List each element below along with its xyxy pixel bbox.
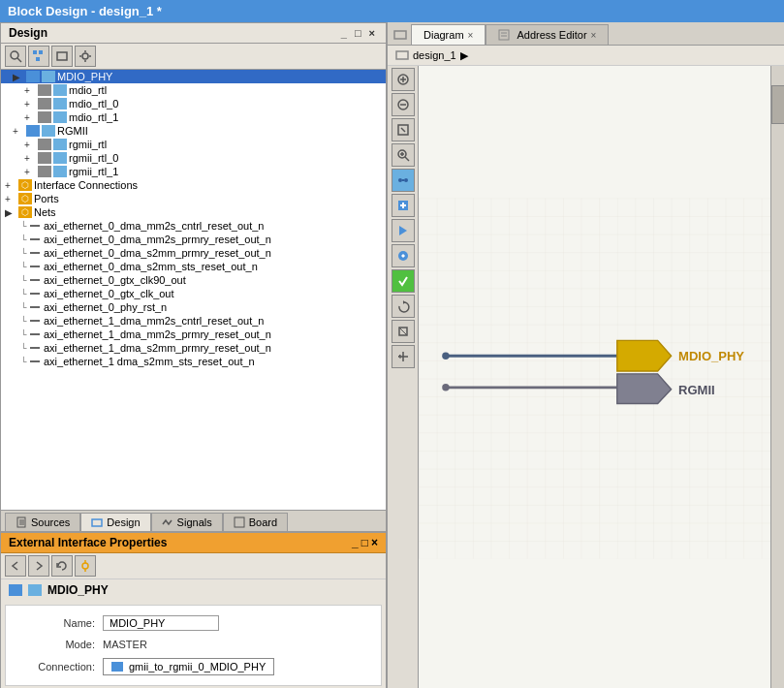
tree-item-nets[interactable]: ▶ ⬡ Nets [1,205,386,219]
hierarchy-btn[interactable] [28,46,49,67]
svg-text:RGMII: RGMII [678,383,715,397]
expand-icon[interactable]: ▶ [13,72,26,82]
props-panel-title: External Interface Properties [9,536,167,549]
tree-item-net-11[interactable]: └ axi_ethernet_1 dma_s2mm_sts_reset_out_… [1,355,386,368]
tab-design[interactable]: Design [80,513,150,531]
tree-label: mdio_rtl_1 [69,111,118,123]
tree-item-net-2[interactable]: └ axi_ethernet_0_dma_mm2s_prmry_reset_ou… [1,233,386,246]
run-block-automation-btn[interactable] [392,219,415,242]
tree-label: rgmii_rtl [69,139,107,150]
connection-value: gmii_to_rgmii_0_MDIO_PHY [129,661,266,672]
svg-rect-5 [57,52,67,60]
regenerate-btn[interactable] [392,295,415,318]
design-tree[interactable]: ▶ MDIO_PHY + mdio_rtl + mdio_rtl_0 + [0,69,387,511]
tab-signals-label: Signals [177,516,212,528]
svg-text:MDIO_PHY: MDIO_PHY [678,349,744,363]
zoom-selection-btn[interactable] [392,143,415,167]
tree-label: rgmii_rtl_0 [69,152,118,164]
run-connection-automation-btn[interactable] [392,244,415,267]
validate-btn[interactable] [392,269,415,293]
tree-item-net-4[interactable]: └ axi_ethernet_0_dma_s2mm_sts_reset_out_… [1,260,386,273]
tab-sources[interactable]: Sources [5,513,80,531]
props-minimize-btn[interactable]: _ [352,536,359,549]
right-tab-bar: Diagram × Address Editor × [388,22,784,46]
tab-diagram-close[interactable]: × [468,30,474,41]
tree-item-net-7[interactable]: └ axi_ethernet_0_phy_rst_n [1,300,386,314]
diagram-canvas[interactable]: MDIO_PHY RGMII [419,66,770,688]
tree-item-net-5[interactable]: └ axi_ethernet_0_gtx_clk90_out [1,273,386,287]
debug-btn[interactable] [392,320,415,343]
tab-sources-label: Sources [31,516,70,528]
props-section-title-text: MDIO_PHY [47,583,109,597]
tree-label: axi_ethernet_0_gtx_clk_out [44,288,174,299]
tree-label: MDIO_PHY [57,71,112,82]
breadcrumb-bar: design_1 ▶ [388,46,784,66]
tree-label: axi_ethernet_1_dma_mm2s_prmry_reset_out_… [44,328,271,340]
props-forward-btn[interactable] [28,555,49,577]
svg-line-46 [399,328,407,335]
tree-label: Interface Connections [34,179,138,191]
tree-item-net-6[interactable]: └ axi_ethernet_0_gtx_clk_out [1,287,386,300]
scrollbar-thumb[interactable] [771,85,784,124]
tab-board[interactable]: Board [223,513,288,531]
props-restore-btn[interactable]: □ [361,536,368,549]
tab-diagram[interactable]: Diagram × [411,24,486,45]
add-ip-btn[interactable] [392,194,415,217]
tree-label: RGMII [57,125,88,137]
props-toolbar [1,553,386,579]
zoom-out-btn[interactable] [392,93,415,116]
diagram-toolbar [388,66,419,688]
props-close-btn[interactable]: × [371,536,378,549]
zoom-full-btn[interactable] [392,118,415,141]
props-refresh-btn[interactable] [51,555,73,577]
props-controls[interactable]: _ □ × [352,536,378,549]
block-btn[interactable] [51,46,73,67]
tree-item-rgmii-rtl1[interactable]: + rgmii_rtl_1 [1,165,386,178]
tree-item-net-9[interactable]: └ axi_ethernet_1_dma_mm2s_prmry_reset_ou… [1,328,386,341]
tree-item-ports[interactable]: + ⬡ Ports [1,192,386,205]
tree-label: axi_ethernet_1_dma_mm2s_cntrl_reset_out_… [44,315,264,327]
tab-signals[interactable]: Signals [151,513,223,531]
expand-btn[interactable] [392,345,415,368]
search-btn[interactable] [5,46,26,67]
tree-item-net-8[interactable]: └ axi_ethernet_1_dma_mm2s_cntrl_reset_ou… [1,314,386,328]
tab-address-editor-close[interactable]: × [591,30,597,41]
tree-item-net-1[interactable]: └ axi_ethernet_0_dma_mm2s_cntrl_reset_ou… [1,219,386,233]
mode-label: Mode: [17,639,95,650]
props-back-btn[interactable] [5,555,26,577]
tree-item-rgmii-rtl[interactable]: + rgmii_rtl [1,138,386,151]
tree-item-net-10[interactable]: └ axi_ethernet_1_dma_s2mm_prmry_reset_ou… [1,341,386,355]
tree-item-interface-connections[interactable]: + ⬡ Interface Connections [1,178,386,192]
tab-address-editor[interactable]: Address Editor × [486,24,609,45]
diagram-scrollbar[interactable] [770,66,784,688]
settings-btn[interactable] [75,46,96,67]
svg-marker-42 [399,226,407,235]
svg-rect-21 [499,30,509,40]
design-panel-title: Design [9,26,47,40]
props-config-btn[interactable] [75,555,96,577]
panel-controls[interactable]: _ □ × [338,27,378,39]
minimize-btn[interactable]: _ [338,27,350,39]
connection-value-box[interactable]: gmii_to_rgmii_0_MDIO_PHY [103,658,274,675]
prop-row-mode: Mode: MASTER [17,635,369,654]
name-input[interactable] [103,615,219,631]
app-title: Block Design - design_1 * [8,4,162,18]
close-btn[interactable]: × [366,27,378,39]
tree-item-rgmii[interactable]: + RGMII [1,124,386,138]
svg-rect-15 [92,519,102,526]
tab-board-label: Board [249,516,277,528]
zoom-in-btn[interactable] [392,68,415,91]
tree-item-mdio-rtl0[interactable]: + mdio_rtl_0 [1,97,386,110]
tree-item-rgmii-rtl0[interactable]: + rgmii_rtl_0 [1,151,386,165]
svg-rect-4 [36,57,40,61]
tree-item-mdio-phy[interactable]: ▶ MDIO_PHY [1,70,386,83]
restore-btn[interactable]: □ [352,27,364,39]
tree-item-net-3[interactable]: └ axi_ethernet_0_dma_s2mm_prmry_reset_ou… [1,246,386,260]
svg-rect-20 [394,31,406,39]
tree-item-mdio-rtl[interactable]: + mdio_rtl [1,83,386,97]
auto-connect-btn[interactable] [392,169,415,192]
svg-rect-49 [419,198,770,558]
tree-label: axi_ethernet_1_dma_s2mm_prmry_reset_out_… [44,342,271,354]
tree-label: axi_ethernet_0_gtx_clk90_out [44,274,186,286]
tree-item-mdio-rtl1[interactable]: + mdio_rtl_1 [1,110,386,124]
